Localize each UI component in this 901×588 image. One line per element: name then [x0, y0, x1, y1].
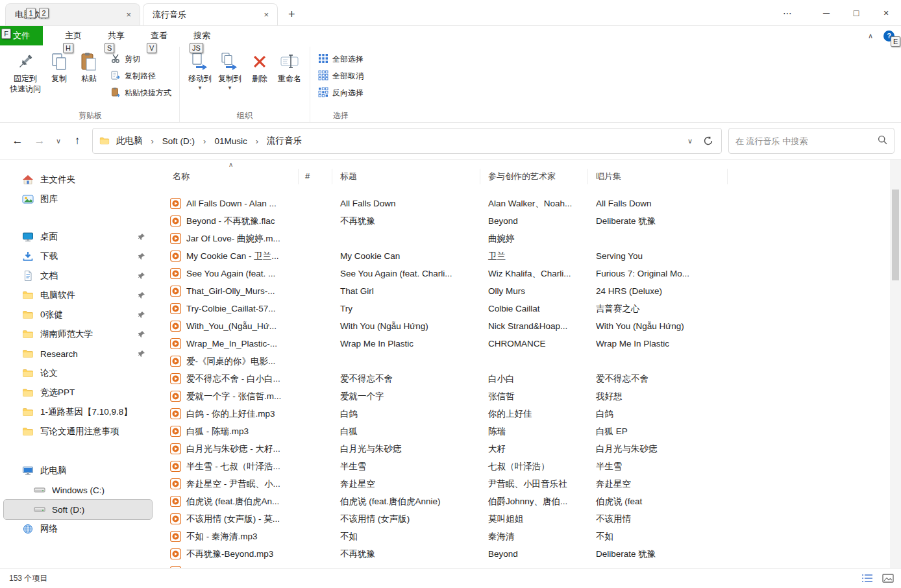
sidebar-item[interactable]: 下载: [4, 247, 152, 266]
invert-selection-button[interactable]: 反向选择: [315, 86, 366, 101]
file-row[interactable]: That_Girl-Olly_Murs-...That GirlOlly Mur…: [169, 282, 901, 300]
file-row[interactable]: Wrap_Me_In_Plastic-...Wrap Me In Plastic…: [169, 335, 901, 352]
keytip-home: H: [63, 43, 73, 53]
file-row[interactable]: 伯虎说 (feat.唐伯虎An...伯虎说 (feat.唐伯虎Annie)伯爵J…: [169, 493, 901, 510]
sidebar-item[interactable]: 此电脑: [4, 461, 152, 480]
sidebar-item[interactable]: 竞选PPT: [4, 383, 152, 402]
rename-button[interactable]: 重命名: [275, 48, 304, 84]
pin-icon: [138, 252, 145, 260]
file-row[interactable]: All Falls Down - Alan ...All Falls DownA…: [169, 195, 901, 212]
breadcrumb-01music[interactable]: 01Music: [213, 136, 248, 146]
file-row[interactable]: 爱就一个字 - 张信哲.m...爱就一个字张信哲我好想: [169, 387, 901, 405]
maximize-button[interactable]: □: [841, 0, 871, 26]
move-to-button[interactable]: 移动到 ▾: [185, 48, 215, 91]
keytip-tab-2: 2: [39, 8, 49, 18]
sidebar-item[interactable]: 湖南师范大学: [4, 325, 152, 344]
sidebar-item[interactable]: 桌面: [4, 227, 152, 247]
breadcrumb-pop-music[interactable]: 流行音乐: [265, 135, 303, 147]
sidebar-item[interactable]: 论文: [4, 363, 152, 383]
select-all-button[interactable]: 全部选择: [315, 52, 366, 67]
sidebar-item[interactable]: 0张健: [4, 305, 152, 325]
paste-button[interactable]: 粘贴: [74, 48, 104, 84]
new-tab-button[interactable]: +: [280, 3, 303, 25]
file-row[interactable]: Try-Colbie_Caillat-57...TryColbie Cailla…: [169, 300, 901, 317]
sidebar-item[interactable]: Research: [4, 344, 152, 363]
file-row[interactable]: See You Again (feat. ...See You Again (f…: [169, 265, 901, 282]
sort-ascending-icon[interactable]: ∧: [228, 161, 233, 168]
file-row[interactable]: 白月光与朱砂痣 - 大籽...白月光与朱砂痣大籽白月光与朱砂痣: [169, 440, 901, 458]
address-dropdown-icon[interactable]: ∨: [681, 137, 699, 145]
folder-icon: [22, 387, 34, 398]
sidebar-item[interactable]: 电脑软件: [4, 286, 152, 305]
tab-close-icon[interactable]: ×: [260, 10, 272, 19]
paste-shortcut-button[interactable]: 粘贴快捷方式: [108, 86, 174, 101]
file-row[interactable]: 爱不得忘不舍 - 白小白...爱不得忘不舍白小白爱不得忘不舍: [169, 370, 901, 387]
album-name: Furious 7: Original Mo...: [588, 269, 728, 278]
vertical-scrollbar[interactable]: [890, 160, 901, 568]
column-header-track[interactable]: #: [299, 169, 332, 184]
file-name-cell: Jar Of Love- 曲婉婷.m...: [169, 233, 299, 245]
sidebar-item[interactable]: 图库: [4, 190, 152, 209]
tab-bar: 电脑软件 × 流行音乐 × + ⋯ ─ □ ×: [0, 0, 901, 26]
copy-path-button[interactable]: 复制路径: [108, 69, 174, 84]
breadcrumb-this-pc[interactable]: 此电脑: [115, 135, 144, 147]
tab-close-icon[interactable]: ×: [123, 10, 134, 19]
chevron-right-icon[interactable]: ›: [147, 136, 158, 146]
thumbnail-view-button[interactable]: [879, 570, 897, 586]
sidebar-item[interactable]: 写论文通用注意事项: [4, 422, 152, 441]
file-row[interactable]: 奔赴星空 - 尹昔眠、小...奔赴星空尹昔眠、小田音乐社奔赴星空: [169, 475, 901, 493]
sidebar-item[interactable]: 1-通路基因【7.10,9.8】: [4, 402, 152, 422]
ribbon-group-organize: 移动到 ▾ 复制到 ▾ 删除 重命名 组织: [179, 47, 310, 122]
up-button[interactable]: ↑: [66, 130, 88, 152]
scrollbar-thumb[interactable]: [892, 190, 899, 280]
cut-button[interactable]: 剪切: [108, 52, 174, 67]
file-name-cell: 半生雪 - 七叔（叶泽浩...: [169, 461, 299, 472]
details-view-button[interactable]: [858, 570, 876, 586]
column-header-title[interactable]: 标题: [332, 169, 480, 184]
chevron-right-icon[interactable]: ›: [251, 136, 263, 146]
forward-button[interactable]: →: [29, 130, 51, 152]
file-row[interactable]: 白狐 - 陈瑞.mp3白狐陈瑞白狐 EP: [169, 423, 901, 440]
file-row[interactable]: 爱-《同桌的你》电影...: [169, 352, 901, 370]
file-name-cell: 白鸽 - 你的上好佳.mp3: [169, 408, 299, 420]
sidebar-item[interactable]: 主文件夹: [4, 170, 152, 190]
file-row[interactable]: Jar Of Love- 曲婉婷.m...曲婉婷: [169, 230, 901, 247]
collapse-ribbon-icon[interactable]: ∧: [868, 32, 873, 40]
file-row[interactable]: My Cookie Can - 卫兰...My Cookie Can卫兰Serv…: [169, 247, 901, 265]
search-icon[interactable]: [878, 135, 887, 147]
artist-name: 卫兰: [480, 251, 588, 262]
column-header-name[interactable]: 名称: [169, 169, 299, 184]
copy-to-button[interactable]: 复制到 ▾: [215, 48, 245, 91]
music-file-icon: [170, 426, 181, 437]
recent-locations-icon[interactable]: ∨: [51, 130, 66, 152]
file-row[interactable]: Beyond - 不再犹豫.flac不再犹豫BeyondDeliberate 犹…: [169, 212, 901, 230]
back-button[interactable]: ←: [6, 130, 29, 152]
file-row[interactable]: [169, 563, 901, 568]
sidebar-item[interactable]: Windows (C:): [4, 480, 152, 500]
close-button[interactable]: ×: [871, 0, 901, 26]
select-none-button[interactable]: 全部取消: [315, 69, 366, 84]
column-header-album[interactable]: 唱片集: [588, 169, 728, 184]
copy-button[interactable]: 复制: [44, 48, 74, 84]
sidebar-item[interactable]: Soft (D:): [4, 500, 152, 519]
sidebar-item[interactable]: 文档: [4, 266, 152, 286]
file-row[interactable]: 不如 - 秦海清.mp3不如秦海清不如: [169, 528, 901, 545]
sidebar-item[interactable]: 网络: [4, 519, 152, 539]
file-row[interactable]: With_You_(Ngẫu_Hứ...With You (Ngẫu Hứng)…: [169, 317, 901, 335]
file-row[interactable]: 白鸽 - 你的上好佳.mp3白鸽你的上好佳白鸽: [169, 405, 901, 423]
search-input[interactable]: [735, 136, 878, 146]
address-box[interactable]: 此电脑 › Soft (D:) › 01Music › 流行音乐 ∨: [92, 128, 722, 154]
see-more-icon[interactable]: ⋯: [772, 0, 802, 26]
file-row[interactable]: 不该用情 (女声版) - 莫...不该用情 (女声版)莫叫姐姐不该用情: [169, 510, 901, 528]
refresh-icon[interactable]: [702, 136, 715, 146]
pin-to-quick-access-button[interactable]: 固定到 快速访问: [6, 48, 44, 94]
delete-button[interactable]: 删除: [245, 48, 275, 84]
file-row[interactable]: 半生雪 - 七叔（叶泽浩...半生雪七叔（叶泽浩）半生雪: [169, 458, 901, 475]
column-header-artist[interactable]: 参与创作的艺术家: [480, 169, 588, 184]
chevron-right-icon[interactable]: ›: [199, 136, 210, 146]
file-row[interactable]: 不再犹豫-Beyond.mp3不再犹豫BeyondDeliberate 犹豫: [169, 545, 901, 563]
breadcrumb-drive[interactable]: Soft (D:): [161, 136, 196, 146]
tab-pop-music[interactable]: 流行音乐 ×: [143, 3, 278, 25]
tab-label: 流行音乐: [153, 9, 260, 21]
minimize-button[interactable]: ─: [811, 0, 841, 26]
